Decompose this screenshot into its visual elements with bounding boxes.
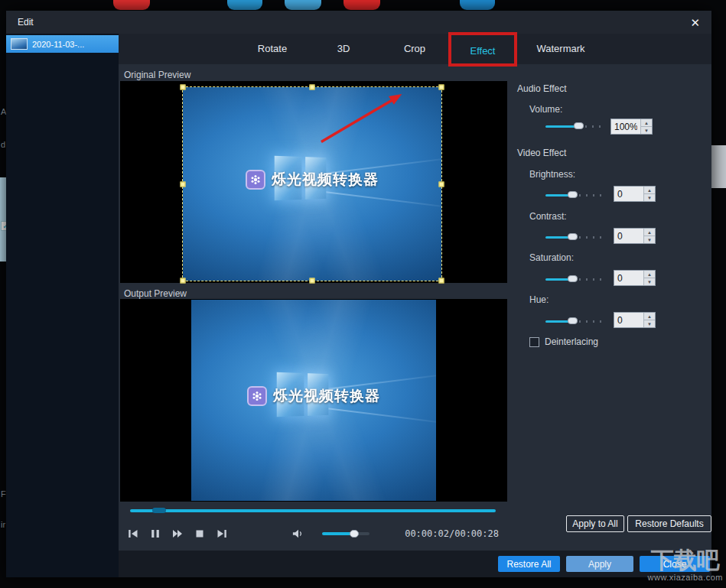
light-ray <box>312 190 441 210</box>
playback-progress-bar[interactable] <box>130 507 496 514</box>
crop-handle-s[interactable] <box>310 278 315 284</box>
progress-handle[interactable] <box>152 508 166 513</box>
output-video-frame: 烁光视频转换器 <box>191 300 436 501</box>
crop-handle-e[interactable] <box>439 181 444 187</box>
brightness-label: Brightness: <box>529 169 575 180</box>
slider-knob[interactable] <box>568 191 578 198</box>
volume-value-input[interactable] <box>611 119 640 134</box>
hue-spinbox: ▲ ▼ <box>614 312 656 328</box>
tab-watermark[interactable]: Watermark <box>526 34 595 64</box>
brightness-slider[interactable] <box>545 190 605 200</box>
tab-rotate[interactable]: Rotate <box>238 34 307 64</box>
dialog-title: Edit <box>18 17 34 28</box>
edit-dialog: Edit ✕ 2020-11-03-... Rotate 3D Crop Eff… <box>6 11 711 577</box>
deinterlacing-checkbox-row[interactable]: Deinterlacing <box>529 336 598 347</box>
skip-back-icon[interactable] <box>127 528 139 540</box>
edit-tabbar: Rotate 3D Crop Effect Watermark <box>119 34 711 64</box>
crop-handle-nw[interactable] <box>181 85 186 90</box>
spin-down-icon[interactable]: ▼ <box>644 194 655 201</box>
output-preview-area: 烁光视频转换器 <box>120 299 507 502</box>
apply-button[interactable]: Apply <box>566 556 633 572</box>
light-ray <box>312 156 441 176</box>
brightness-spinbox: ▲ ▼ <box>614 186 656 202</box>
saturation-label: Saturation: <box>529 252 574 263</box>
original-preview-label: Original Preview <box>124 70 190 80</box>
tab-crop[interactable]: Crop <box>380 34 449 64</box>
deinterlacing-checkbox[interactable] <box>529 337 539 347</box>
windows-logo <box>277 372 329 416</box>
video-effect-title: Video Effect <box>517 148 566 158</box>
file-thumbnail <box>11 38 28 50</box>
effect-panel: Audio Effect Volume: ▲ ▼ Video Effect Br… <box>507 64 711 551</box>
light-ray <box>314 373 436 392</box>
spin-up-icon[interactable]: ▲ <box>644 271 655 278</box>
saturation-spinbox: ▲ ▼ <box>614 270 656 286</box>
spin-down-icon[interactable]: ▼ <box>644 278 655 285</box>
background-text-fragment: F <box>1 489 6 499</box>
crop-handle-sw[interactable] <box>181 278 186 284</box>
file-list-item-selected[interactable]: 2020-11-03-... <box>6 35 119 53</box>
crop-handle-se[interactable] <box>439 278 444 284</box>
crop-handle-ne[interactable] <box>439 85 444 90</box>
pause-icon[interactable] <box>149 528 161 540</box>
slider-knob[interactable] <box>574 122 584 129</box>
progress-track <box>130 509 496 512</box>
slider-knob[interactable] <box>568 233 578 240</box>
file-list: 2020-11-03-... <box>6 34 119 577</box>
skip-forward-icon[interactable] <box>216 528 228 540</box>
restore-defaults-button[interactable]: Restore Defaults <box>627 515 711 532</box>
restore-all-button[interactable]: Restore All <box>498 556 560 572</box>
hue-value-input[interactable] <box>614 313 643 327</box>
contrast-slider[interactable] <box>545 232 605 242</box>
volume-effect-slider[interactable] <box>545 122 605 131</box>
dialog-footer: Restore All Apply Close <box>119 551 711 577</box>
spin-down-icon[interactable]: ▼ <box>644 236 655 243</box>
saturation-slider[interactable] <box>545 275 605 284</box>
dialog-titlebar: Edit ✕ <box>6 11 711 34</box>
close-button[interactable]: Close <box>640 556 710 572</box>
background-app-icon <box>343 0 380 10</box>
hue-slider[interactable] <box>545 317 605 326</box>
spin-up-icon[interactable]: ▲ <box>644 187 655 194</box>
volume-knob[interactable] <box>350 530 359 538</box>
close-icon[interactable]: ✕ <box>690 17 700 28</box>
hue-label: Hue: <box>529 294 549 305</box>
volume-spinbox: ▲ ▼ <box>610 119 653 135</box>
contrast-label: Contrast: <box>529 211 567 222</box>
stop-icon[interactable] <box>194 528 206 540</box>
crop-handle-w[interactable] <box>181 181 186 187</box>
spin-down-icon[interactable]: ▼ <box>641 127 652 134</box>
saturation-value-input[interactable] <box>614 271 643 285</box>
original-video-frame[interactable]: 烁光视频转换器 <box>182 86 442 281</box>
spin-up-icon[interactable]: ▲ <box>641 119 652 127</box>
output-preview-label: Output Preview <box>124 288 187 299</box>
fast-forward-icon[interactable] <box>171 528 184 540</box>
video-wallpaper: 烁光视频转换器 <box>183 87 441 281</box>
speaker-icon[interactable] <box>292 528 304 540</box>
background-text-fragment: ir <box>1 520 5 529</box>
brightness-value-input[interactable] <box>614 187 643 201</box>
deinterlacing-label: Deinterlacing <box>545 336 598 347</box>
video-watermark-text: 烁光视频转换器 <box>273 386 380 406</box>
app-flower-icon <box>246 170 265 190</box>
slider-knob[interactable] <box>568 317 578 324</box>
contrast-value-input[interactable] <box>614 229 643 243</box>
audio-effect-title: Audio Effect <box>517 83 567 94</box>
background-app-icon <box>285 0 321 10</box>
app-flower-icon <box>247 386 267 406</box>
spin-up-icon[interactable]: ▲ <box>644 313 655 320</box>
original-preview-area: 烁光视频转换器 <box>120 81 507 283</box>
file-name: 2020-11-03-... <box>32 40 84 49</box>
tab-effect-active[interactable]: Effect <box>448 32 517 67</box>
tab-3d[interactable]: 3D <box>309 34 378 64</box>
background-app-icon <box>227 0 262 10</box>
video-wallpaper: 烁光视频转换器 <box>191 300 436 501</box>
slider-knob[interactable] <box>568 275 578 282</box>
spin-up-icon[interactable]: ▲ <box>644 229 655 236</box>
apply-to-all-button[interactable]: Apply to All <box>566 515 624 532</box>
spin-down-icon[interactable]: ▼ <box>644 320 655 327</box>
crop-handle-n[interactable] <box>310 85 315 90</box>
background-text-fragment: d <box>1 140 5 149</box>
light-ray <box>314 406 436 425</box>
volume-slider[interactable] <box>322 529 370 538</box>
